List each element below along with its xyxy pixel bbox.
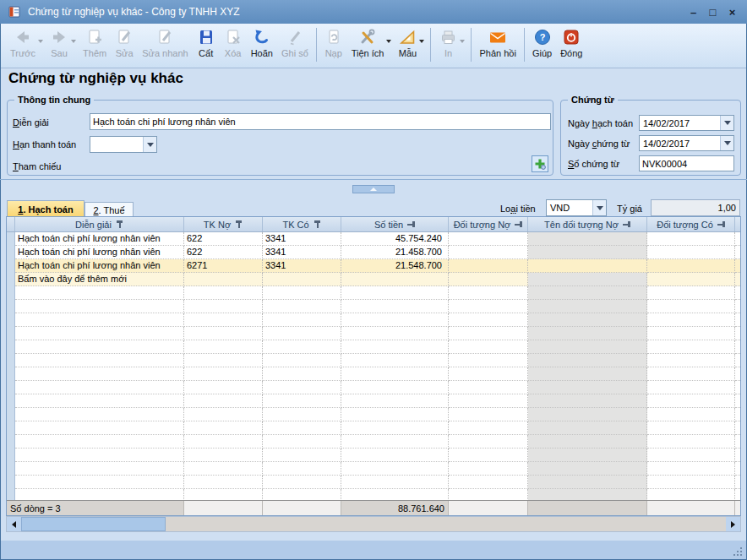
pin-icon[interactable]	[407, 220, 415, 229]
minimize-button[interactable]: –	[684, 3, 703, 21]
grid-cell	[449, 476, 528, 489]
grid-cell[interactable]	[647, 259, 735, 273]
document-date-picker[interactable]: 14/02/2017	[639, 135, 734, 151]
grid-cell[interactable]: 6271	[184, 259, 263, 273]
grid-cell[interactable]: Bấm vào đây để thêm mới	[15, 273, 184, 286]
maximize-button[interactable]: □	[703, 3, 722, 21]
grid-row[interactable]: Hạch toán chi phí lương nhân viên6223341…	[7, 246, 740, 259]
horizontal-scrollbar[interactable]	[7, 517, 740, 531]
column-header-2[interactable]: TK Nợ	[184, 217, 263, 231]
toolbar-button-feedback[interactable]: Phản hồi	[475, 26, 520, 59]
grid-cell	[15, 354, 184, 367]
grid-cell[interactable]: Hạch toán chi phí lương nhân viên	[15, 246, 184, 259]
column-header-3[interactable]: TK Có	[263, 217, 341, 231]
grid-cell[interactable]: 3341	[263, 232, 341, 246]
grid-cell[interactable]: 622	[184, 246, 263, 259]
column-header-5[interactable]: Đối tượng Nợ	[449, 217, 528, 231]
footer-filler	[735, 501, 740, 515]
group-legend: Chứng từ	[568, 95, 618, 105]
toolbar-button-edit[interactable]: Sửa	[111, 26, 138, 59]
row-filler	[735, 394, 740, 408]
scrollbar-track[interactable]	[166, 517, 726, 531]
toolbar-button-previous[interactable]: Trước	[6, 26, 40, 59]
column-header-4[interactable]: Số tiền	[341, 217, 449, 231]
column-header-7[interactable]: Đối tượng Có	[647, 217, 735, 231]
toolbar-button-post[interactable]: Ghi sổ	[277, 26, 313, 59]
toolbar-button-delete[interactable]: Xóa	[220, 26, 247, 59]
reference-label: Tham chiếu	[13, 161, 62, 171]
row-indicator	[7, 273, 15, 286]
grid-cell[interactable]	[449, 232, 528, 246]
document-number-input[interactable]	[639, 155, 734, 171]
grid-cell[interactable]	[528, 246, 647, 259]
pin-icon[interactable]	[623, 220, 630, 229]
pin-icon[interactable]	[235, 220, 243, 229]
grid-cell	[263, 489, 341, 500]
grid-cell[interactable]	[647, 232, 735, 246]
toolbar-button-reload[interactable]: Nạp	[320, 26, 347, 59]
pin-icon[interactable]	[717, 220, 725, 229]
column-header-6[interactable]: Tên đối tượng Nợ	[528, 217, 647, 231]
toolbar-button-print[interactable]: In	[434, 26, 461, 59]
grid-cell[interactable]	[528, 232, 647, 246]
row-filler	[735, 259, 740, 273]
tab-thue[interactable]: 2. Thuế	[85, 202, 134, 217]
grid-cell[interactable]	[647, 273, 735, 286]
grid-cell	[449, 394, 528, 408]
grid-row[interactable]: Hạch toán chi phí lương nhân viên6223341…	[7, 232, 740, 246]
grid-cell[interactable]	[449, 246, 528, 259]
pin-icon[interactable]	[116, 220, 123, 229]
grid-row[interactable]: Hạch toán chi phí lương nhân viên6271334…	[7, 259, 740, 273]
grid-footer: Số dòng = 388.761.640	[7, 500, 740, 515]
scrollbar-thumb[interactable]	[21, 517, 166, 531]
grid-cell[interactable]	[184, 273, 263, 286]
grid-cell[interactable]	[263, 273, 341, 286]
chevron-down-icon[interactable]	[592, 200, 606, 215]
chevron-down-icon[interactable]	[720, 116, 733, 130]
tab-hach-toan[interactable]: 1. Hạch toán	[7, 200, 85, 217]
grid-cell[interactable]	[449, 273, 528, 286]
grid-cell[interactable]	[528, 259, 647, 273]
close-button[interactable]: ×	[722, 3, 742, 21]
toolbar-button-undo[interactable]: Hoãn	[247, 26, 277, 59]
grid-cell[interactable]: 3341	[263, 246, 341, 259]
toolbar-button-quick-edit[interactable]: Sửa nhanh	[138, 26, 192, 59]
resize-grip[interactable]	[731, 545, 742, 556]
grid-empty-row	[7, 449, 740, 462]
grid-cell[interactable]: Hạch toán chi phí lương nhân viên	[15, 232, 184, 246]
description-input[interactable]	[90, 113, 551, 130]
pin-icon[interactable]	[314, 220, 321, 229]
payment-term-combo[interactable]	[90, 136, 157, 153]
grid-cell[interactable]: 45.754.240	[341, 232, 449, 246]
chevron-down-icon[interactable]	[143, 137, 156, 152]
grid-cell[interactable]	[528, 273, 647, 286]
grid-cell[interactable]	[647, 246, 735, 259]
toolbar-button-help[interactable]: ? Giúp	[528, 26, 556, 59]
grid-add-row[interactable]: Bấm vào đây để thêm mới	[7, 273, 740, 286]
grid-empty-row	[7, 367, 740, 381]
grid-cell[interactable]: 21.548.700	[341, 259, 449, 273]
scroll-right-button[interactable]	[726, 517, 740, 531]
grid-cell[interactable]	[341, 273, 449, 286]
grid-cell[interactable]: 622	[184, 232, 263, 246]
toolbar-button-template[interactable]: Mẫu	[394, 26, 421, 59]
currency-combo[interactable]: VND	[546, 199, 607, 216]
toolbar-button-close-window[interactable]: Đóng	[556, 26, 586, 59]
grid-cell[interactable]: 3341	[263, 259, 341, 273]
grid-cell[interactable]: Hạch toán chi phí lương nhân viên	[15, 259, 184, 273]
toolbar-button-next[interactable]: Sau	[46, 26, 73, 59]
pin-icon[interactable]	[515, 220, 522, 229]
page-title: Chứng từ nghiệp vụ khác	[8, 70, 183, 87]
toolbar-button-add[interactable]: Thêm	[79, 26, 111, 59]
posting-date-picker[interactable]: 14/02/2017	[639, 115, 734, 131]
chevron-down-icon[interactable]	[720, 136, 733, 150]
grid-cell[interactable]	[449, 259, 528, 273]
grid-cell	[263, 449, 341, 462]
column-header-1[interactable]: Diễn giải	[15, 217, 184, 231]
add-reference-button[interactable]	[532, 155, 548, 172]
toolbar-button-save[interactable]: Cất	[193, 26, 220, 59]
collapse-splitter-handle[interactable]	[352, 185, 395, 193]
toolbar-button-utilities[interactable]: Tiện ích	[347, 26, 389, 59]
grid-cell[interactable]: 21.458.700	[341, 246, 449, 259]
scroll-left-button[interactable]	[7, 517, 21, 531]
